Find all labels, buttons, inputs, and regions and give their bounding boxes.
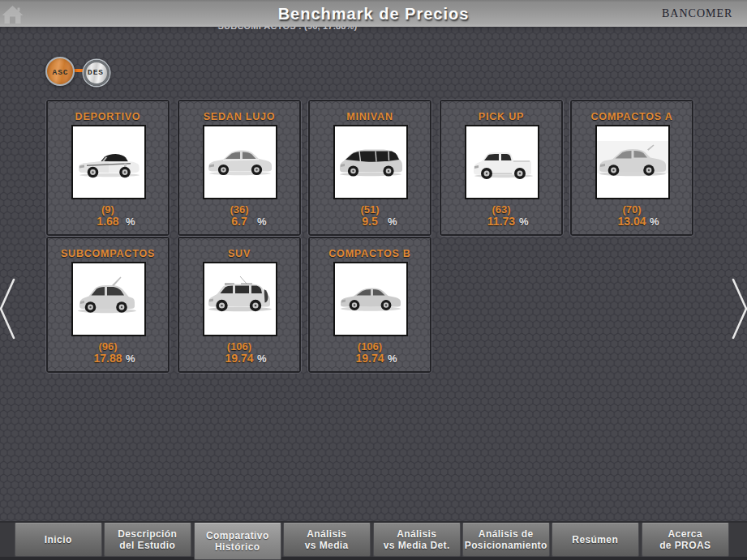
svg-text:DES: DES (88, 68, 104, 77)
svg-text:ASC: ASC (52, 68, 68, 77)
